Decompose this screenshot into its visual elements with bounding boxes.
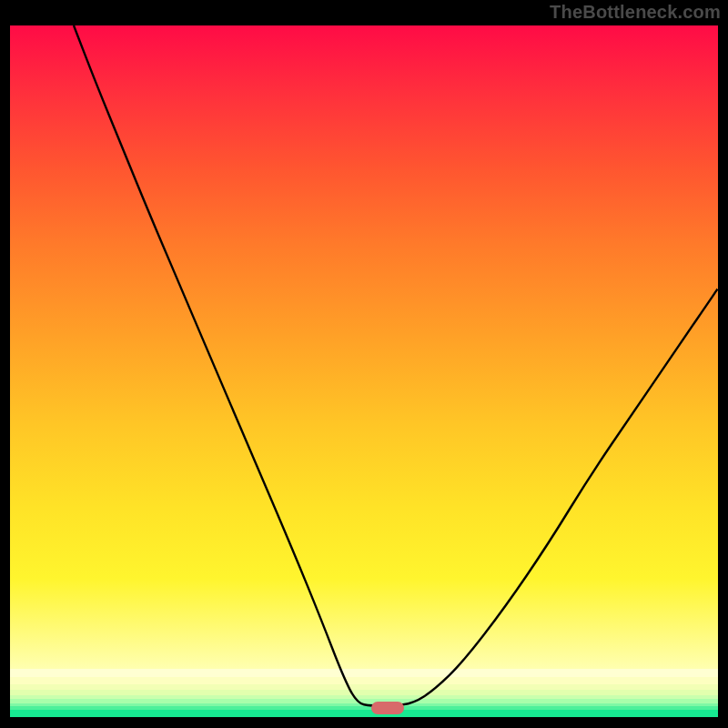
chart-frame: TheBottleneck.com <box>0 0 728 728</box>
watermark-text: TheBottleneck.com <box>550 2 721 23</box>
optimal-range-marker <box>371 702 405 714</box>
bottleneck-curve <box>10 25 718 717</box>
curve-path <box>74 25 718 706</box>
plot-area <box>10 25 718 717</box>
